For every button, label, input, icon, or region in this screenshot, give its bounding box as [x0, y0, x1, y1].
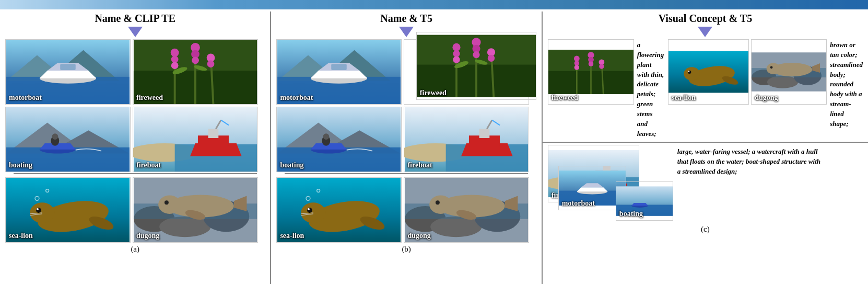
img-b-motorboat — [277, 40, 401, 104]
cell-b-sea-lion: sea-lion — [276, 177, 402, 243]
svg-point-110 — [431, 217, 482, 237]
img-c-sea-lion — [668, 40, 748, 104]
section-c: Visual Concept & T5 — [543, 12, 868, 284]
svg-point-144 — [770, 66, 773, 69]
text-c-fireweed: a flowering plant with thin, delicate pe… — [637, 39, 664, 139]
svg-point-103 — [307, 208, 312, 213]
cell-a-dugong: dugong — [133, 177, 258, 243]
c-bottom-stacked: fireboat motorboat — [548, 145, 673, 221]
cell-c-sea-lion: sea-lion — [668, 39, 749, 105]
svg-point-74 — [323, 133, 330, 140]
svg-point-95 — [488, 55, 495, 62]
top-gradient-bar — [0, 0, 868, 9]
section-a-grid: motorboat — [0, 39, 270, 172]
svg-point-56 — [165, 200, 169, 205]
cell-a-fireweed: fireweed — [133, 39, 258, 105]
section-c-title: Visual Concept & T5 — [659, 12, 752, 25]
text-c-boats: large, water-faring vessel; a watercraft… — [677, 145, 824, 177]
cell-a-motorboat: motorboat — [5, 39, 131, 105]
arrow-b — [399, 27, 414, 37]
svg-point-51 — [159, 217, 210, 237]
svg-point-89 — [453, 50, 460, 57]
img-fireweed — [133, 40, 257, 104]
caption-c: (c) — [701, 225, 710, 234]
caption-b: (b) — [402, 245, 411, 254]
svg-point-55 — [158, 195, 181, 213]
svg-marker-160 — [631, 203, 648, 206]
cell-b-dugong: dugong — [404, 177, 529, 243]
img-b-sea-lion — [277, 178, 401, 242]
arrow-a — [128, 27, 143, 37]
svg-marker-64 — [311, 71, 367, 78]
svg-point-18 — [192, 56, 199, 64]
svg-point-20 — [207, 60, 215, 67]
svg-point-44 — [36, 208, 41, 213]
svg-point-124 — [574, 61, 579, 66]
svg-point-102 — [301, 202, 326, 223]
img-b-fireweed — [417, 32, 536, 99]
svg-point-123 — [574, 56, 580, 62]
svg-point-15 — [171, 62, 179, 69]
img-c-dugong — [752, 40, 826, 104]
section-a-bottom-grid: sea-lion — [0, 177, 270, 243]
columns-row: Name & CLIP TE — [0, 9, 868, 284]
svg-point-139 — [767, 76, 799, 88]
svg-point-93 — [473, 51, 479, 58]
svg-marker-155 — [577, 188, 608, 192]
text-c-sealion-dugong: brown or tan color; streamlined body; ro… — [830, 39, 863, 129]
section-b-title: Name & T5 — [380, 12, 432, 25]
divider-a — [14, 173, 257, 174]
cell-a-fireboat: fireboat — [133, 107, 258, 172]
cell-b-boating: boating — [276, 107, 402, 172]
img-dugong — [133, 178, 257, 242]
img-motorboat — [6, 40, 130, 104]
svg-point-13 — [171, 49, 179, 57]
section-c-bottom: fireboat motorboat — [543, 143, 868, 223]
cell-c-dugong: dugong — [751, 39, 827, 105]
svg-point-104 — [308, 208, 310, 210]
svg-point-88 — [452, 43, 460, 51]
divider-b — [285, 173, 528, 174]
section-a: Name & CLIP TE — [0, 12, 271, 284]
svg-marker-5 — [40, 71, 96, 78]
svg-rect-36 — [208, 129, 219, 138]
section-b: Name & T5 motorboa — [271, 12, 542, 284]
svg-point-135 — [688, 71, 690, 72]
section-a-title: Name & CLIP TE — [95, 12, 175, 25]
img-boating — [6, 107, 130, 172]
cell-b-motorboat: motorboat — [276, 39, 402, 105]
cell-a-sea-lion: sea-lion — [5, 177, 131, 243]
arrow-c — [698, 27, 712, 37]
img-b-dugong — [404, 178, 529, 242]
cell-c-boating-bottom: boating — [616, 181, 673, 221]
svg-point-130 — [599, 64, 604, 69]
c-top-right-imgs: sea-lion — [668, 39, 827, 105]
img-sea-lion — [6, 178, 130, 242]
svg-point-43 — [30, 202, 54, 223]
svg-rect-7 — [60, 64, 76, 70]
svg-point-133 — [684, 67, 700, 81]
img-b-fireboat — [404, 107, 529, 172]
svg-point-143 — [767, 63, 780, 74]
svg-rect-66 — [332, 64, 347, 70]
cell-b-fireboat: fireboat — [404, 107, 529, 172]
img-c-fireweed — [548, 40, 634, 104]
img-c-boating-bottom — [616, 182, 673, 220]
svg-rect-80 — [479, 129, 490, 138]
img-b-boating — [277, 107, 401, 172]
svg-point-125 — [574, 65, 579, 70]
img-fireboat — [133, 107, 257, 172]
svg-point-90 — [453, 56, 460, 63]
svg-point-134 — [688, 71, 691, 74]
cell-c-fireweed: fireweed — [548, 39, 634, 105]
caption-a: (a) — [131, 245, 139, 254]
svg-point-128 — [589, 61, 594, 66]
cell-b-fireweed: fireweed — [416, 32, 536, 100]
cell-a-boating: boating — [5, 107, 131, 172]
section-b-bottom-grid: sea-lion dugong — [271, 177, 541, 243]
svg-point-14 — [171, 56, 179, 63]
svg-point-30 — [52, 133, 58, 140]
main-container: Name & CLIP TE — [0, 0, 868, 284]
svg-point-115 — [436, 200, 440, 205]
svg-point-45 — [37, 208, 39, 210]
